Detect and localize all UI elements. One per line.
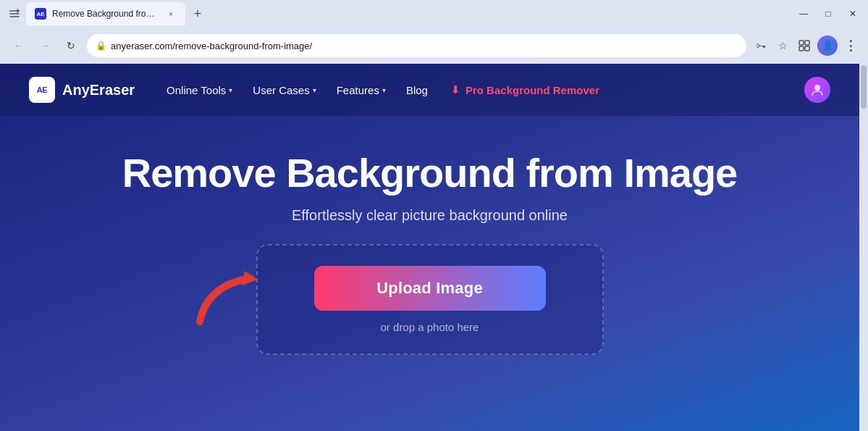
logo-icon: AE	[29, 77, 55, 103]
nav-item-online-tools[interactable]: Online Tools ▾	[158, 80, 241, 101]
nav-item-pro[interactable]: ⬇ Pro Background Remover	[439, 80, 611, 101]
logo[interactable]: AE AnyEraser	[29, 77, 135, 103]
features-chevron: ▾	[382, 86, 386, 94]
url-text: anyeraser.com/remove-background-from-ima…	[111, 41, 738, 51]
address-actions: 🗝 ☆ 👤 ⋮	[752, 35, 859, 56]
tab-favicon: AE	[35, 8, 46, 20]
user-cases-chevron: ▾	[313, 86, 316, 94]
profile-icon[interactable]: 👤	[817, 35, 838, 56]
window-controls: — □ ✕	[794, 4, 862, 23]
extensions-icon[interactable]	[796, 37, 813, 54]
hero-subtitle: Effortlessly clear picture background on…	[292, 207, 568, 224]
navbar: AE AnyEraser Online Tools ▾ User Cases ▾…	[0, 64, 859, 116]
minimize-button[interactable]: —	[794, 4, 813, 23]
nav-blog-label: Blog	[406, 84, 428, 96]
svg-rect-0	[799, 41, 804, 45]
scrollbar-thumb[interactable]	[861, 65, 867, 109]
svg-marker-5	[242, 271, 258, 285]
svg-rect-3	[805, 46, 809, 51]
pro-download-icon: ⬇	[451, 84, 460, 96]
online-tools-chevron: ▾	[229, 86, 232, 94]
hero-section: Remove Background from Image Effortlessl…	[0, 116, 859, 355]
svg-point-4	[814, 85, 820, 91]
nav-user-cases-label: User Cases	[253, 84, 309, 96]
browser-tab[interactable]: AE Remove Background from Ima... ×	[26, 2, 185, 25]
logo-name: AnyEraser	[62, 82, 135, 99]
svg-rect-2	[799, 46, 804, 51]
key-icon[interactable]: 🗝	[752, 37, 770, 54]
nav-item-blog[interactable]: Blog	[397, 80, 437, 101]
drop-text: or drop a photo here	[381, 321, 479, 333]
close-button[interactable]: ✕	[843, 4, 862, 23]
url-bar[interactable]: 🔒 anyeraser.com/remove-background-from-i…	[87, 34, 746, 57]
nav-item-features[interactable]: Features ▾	[328, 80, 395, 101]
browser-chrome: AE Remove Background from Ima... × + — □…	[0, 0, 868, 64]
new-tab-button[interactable]: +	[188, 4, 207, 23]
scrollbar[interactable]	[859, 64, 868, 431]
forward-button[interactable]: →	[35, 35, 55, 56]
tab-switcher[interactable]	[6, 5, 23, 22]
nav-online-tools-label: Online Tools	[167, 84, 226, 96]
tab-title: Remove Background from Ima...	[52, 9, 159, 19]
menu-button[interactable]: ⋮	[842, 37, 859, 54]
upload-image-button[interactable]: Upload Image	[314, 266, 546, 311]
address-bar: ← → ↻ 🔒 anyeraser.com/remove-background-…	[0, 28, 868, 64]
svg-rect-1	[805, 41, 809, 45]
hero-title: Remove Background from Image	[122, 151, 738, 196]
nav-avatar[interactable]	[804, 77, 830, 103]
title-bar: AE Remove Background from Ima... × + — □…	[0, 0, 868, 28]
nav-pro-label: Pro Background Remover	[465, 84, 599, 96]
page-content: AE AnyEraser Online Tools ▾ User Cases ▾…	[0, 64, 859, 431]
nav-features-label: Features	[337, 84, 379, 96]
tab-close-button[interactable]: ×	[165, 8, 177, 20]
refresh-button[interactable]: ↻	[61, 35, 81, 56]
star-icon[interactable]: ☆	[774, 37, 791, 54]
nav-item-user-cases[interactable]: User Cases ▾	[244, 80, 324, 101]
maximize-button[interactable]: □	[819, 4, 838, 23]
arrow-indicator	[193, 264, 272, 332]
back-button[interactable]: ←	[9, 35, 29, 56]
lock-icon: 🔒	[96, 41, 106, 51]
upload-area: Upload Image or drop a photo here	[256, 244, 604, 355]
nav-links: Online Tools ▾ User Cases ▾ Features ▾ B…	[158, 80, 799, 101]
